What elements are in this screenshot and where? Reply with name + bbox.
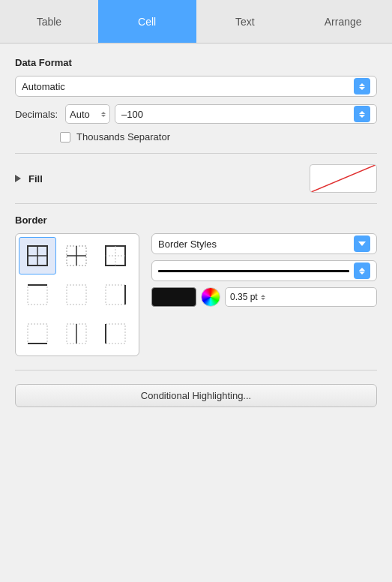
fill-label: Fill: [28, 173, 310, 184]
dv-stepper-up-icon: [359, 111, 365, 114]
border-cell-none[interactable]: [58, 276, 95, 314]
border-cell-top[interactable]: [19, 276, 56, 314]
border-grid[interactable]: [15, 233, 139, 356]
decimals-value-input[interactable]: –100: [115, 104, 377, 124]
border-cell-inner-v[interactable]: [58, 315, 95, 352]
decimals-input[interactable]: Auto: [65, 104, 110, 124]
border-cell-all[interactable]: [19, 237, 56, 274]
border-pt-input[interactable]: 0.35 pt: [225, 287, 377, 307]
svg-rect-19: [106, 324, 125, 344]
tab-bar: Table Cell Text Arrange: [0, 0, 392, 44]
svg-rect-12: [67, 285, 86, 304]
dv-stepper-down-icon: [359, 115, 365, 118]
divider-3: [15, 370, 377, 370]
tab-arrange[interactable]: Arrange: [294, 0, 392, 43]
border-styles-dropdown[interactable]: Border Styles: [151, 233, 377, 254]
svg-rect-15: [28, 324, 47, 344]
svg-line-0: [311, 165, 375, 192]
divider-2: [15, 203, 377, 204]
border-pt-stepper[interactable]: [261, 295, 265, 300]
color-picker-icon[interactable]: [201, 287, 220, 307]
line-style-selector[interactable]: [151, 260, 377, 281]
tab-cell[interactable]: Cell: [98, 0, 196, 43]
line-style-up-icon: [359, 268, 365, 271]
thousands-separator-label: Thousands Separator: [76, 131, 170, 142]
data-format-dropdown[interactable]: Automatic: [15, 76, 377, 97]
stepper-down-icon: [359, 87, 365, 90]
border-body: Border Styles: [15, 233, 377, 356]
data-format-title: Data Format: [15, 57, 377, 68]
line-style-stepper[interactable]: [354, 262, 370, 279]
border-styles-chevron-icon: [358, 242, 366, 246]
fill-swatch[interactable]: [310, 164, 377, 193]
conditional-highlighting-button[interactable]: Conditional Highlighting...: [15, 384, 377, 407]
color-pt-row: 0.35 pt: [151, 287, 377, 307]
border-controls: Border Styles: [151, 233, 377, 307]
thousands-separator-row: Thousands Separator: [15, 131, 377, 142]
border-section: Border: [15, 214, 377, 356]
fill-row: Fill: [15, 164, 377, 193]
svg-rect-10: [28, 285, 47, 304]
border-title: Border: [15, 214, 377, 226]
decimals-up-icon: [101, 112, 106, 114]
data-format-stepper[interactable]: [354, 78, 370, 94]
decimals-value-stepper[interactable]: [354, 106, 370, 122]
border-cell-left[interactable]: [97, 315, 134, 352]
decimals-row: Decimals: Auto –100: [15, 104, 377, 124]
border-cell-bottom[interactable]: [19, 315, 56, 352]
divider-1: [15, 153, 377, 154]
svg-rect-13: [106, 285, 125, 304]
line-style-down-icon: [359, 272, 365, 274]
stepper-up-icon: [359, 83, 365, 86]
panel-content: Data Format Automatic Decimals: Auto –10…: [0, 44, 392, 416]
border-pt-up-icon: [261, 295, 265, 297]
decimals-label: Decimals:: [15, 109, 58, 120]
line-preview: [158, 270, 349, 272]
decimals-down-icon: [101, 115, 106, 117]
tab-table[interactable]: Table: [0, 0, 98, 43]
border-pt-down-icon: [261, 298, 265, 300]
bottom-section: Conditional Highlighting...: [15, 384, 377, 407]
tab-text[interactable]: Text: [196, 0, 295, 43]
border-cell-right[interactable]: [97, 276, 134, 314]
border-color-swatch[interactable]: [151, 287, 196, 307]
border-cell-outer[interactable]: [97, 237, 134, 274]
border-styles-arrow[interactable]: [354, 236, 370, 252]
decimals-stepper[interactable]: [101, 112, 106, 117]
border-cell-inner-h[interactable]: [58, 237, 95, 274]
fill-expand-icon[interactable]: [15, 175, 21, 182]
thousands-separator-checkbox[interactable]: [60, 132, 70, 142]
